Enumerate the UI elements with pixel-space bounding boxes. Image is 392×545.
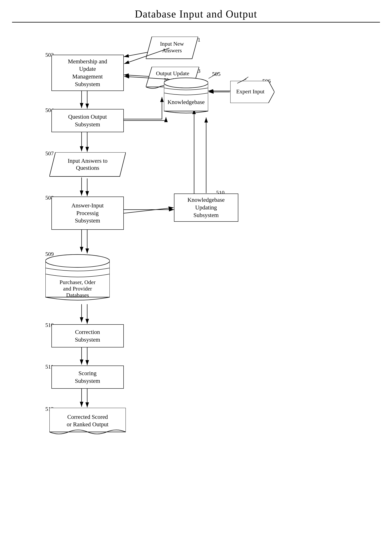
page-title: Database Input and Output — [12, 8, 380, 23]
svg-line-46 — [124, 208, 174, 213]
scoring-box: Scoring Subsystem — [51, 365, 124, 389]
svg-text:Purchaser, Oder: Purchaser, Oder — [60, 279, 96, 285]
membership-box: Membership and Update Management Subsyst… — [51, 55, 124, 91]
databases-svg: Purchaser, Oder and Provider Databases — [45, 254, 110, 304]
svg-text:Databases: Databases — [66, 292, 89, 298]
svg-text:or Ranked Output: or Ranked Output — [67, 421, 109, 427]
knowledgebase-updating-box: Knowledgebase Updating Subsystem — [174, 193, 238, 222]
knowledgebase-svg: Knowledgebase — [164, 77, 208, 117]
svg-marker-25 — [49, 152, 126, 176]
expert-input-svg: Expert Input — [230, 81, 274, 103]
corrected-output-svg: Corrected Scored or Ranked Output — [49, 408, 126, 437]
correction-box: Correction Subsystem — [51, 324, 124, 347]
diagram-container: 502 Membership and Update Management Sub… — [25, 25, 367, 539]
svg-text:Input Answers to: Input Answers to — [67, 158, 107, 164]
svg-text:Output Update: Output Update — [156, 70, 189, 76]
svg-text:Knowledgebase: Knowledgebase — [167, 99, 205, 105]
svg-text:Input New: Input New — [160, 41, 184, 47]
svg-text:Corrected Scored: Corrected Scored — [67, 414, 108, 420]
svg-text:and Provider: and Provider — [63, 285, 92, 292]
answer-input-box: Answer-Input Processig Subsystem — [51, 197, 124, 230]
ref-505: 505 — [212, 71, 221, 77]
svg-point-29 — [45, 254, 110, 267]
svg-text:Expert Input: Expert Input — [236, 88, 265, 94]
page: Database Input and Output — [0, 0, 392, 545]
svg-text:Answers: Answers — [162, 47, 182, 54]
input-answers-svg: Input Answers to Questions — [49, 152, 126, 179]
question-output-box: Question Output Subsystem — [51, 109, 124, 132]
input-new-answers-svg: Input New Answers — [146, 37, 198, 61]
svg-text:Questions: Questions — [76, 165, 99, 171]
svg-point-21 — [164, 78, 208, 88]
